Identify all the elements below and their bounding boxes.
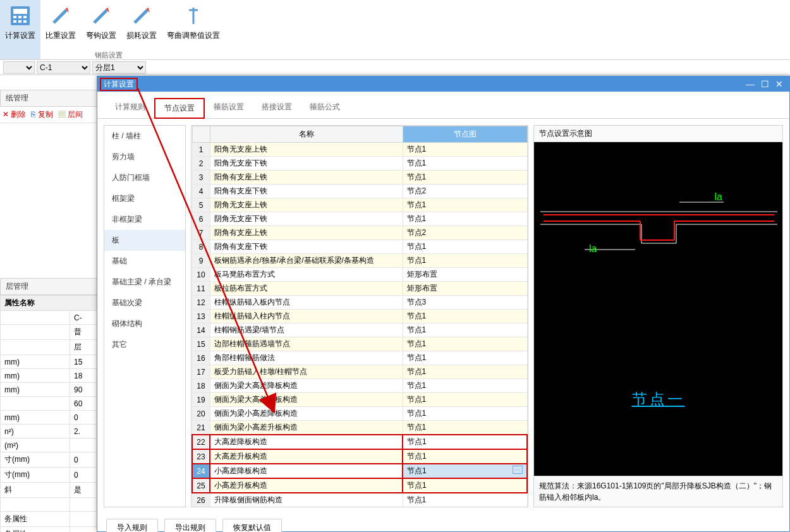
prop-val[interactable]: 15 (70, 355, 98, 369)
row-name[interactable]: 小高差升板构造 (210, 478, 403, 493)
category-item[interactable]: 柱 / 墙柱 (104, 126, 185, 147)
category-item[interactable]: 基础次梁 (104, 293, 185, 313)
row-name[interactable]: 阳角无支座上铁 (210, 143, 403, 157)
row-name[interactable]: 小高差降板构造 (210, 464, 403, 478)
row-value[interactable]: 节点1 (403, 365, 527, 379)
prop-val[interactable]: 普 (70, 325, 98, 340)
reset-default-button[interactable]: 恢复默认值 (222, 519, 282, 532)
category-item[interactable]: 框架梁 (104, 188, 185, 209)
dialog-tab-2[interactable]: 箍筋设置 (205, 98, 253, 118)
ribbon-loss-settings[interactable]: 损耗设置 (121, 0, 162, 59)
category-item[interactable]: 人防门框墙 (104, 167, 185, 188)
ribbon-calc-settings[interactable]: 计算设置 (0, 0, 40, 59)
row-name[interactable]: 边部柱帽箍筋遇墙节点 (210, 337, 403, 351)
row-name[interactable]: 大高差降板构造 (210, 435, 403, 449)
row-value[interactable]: 节点2 (403, 226, 527, 240)
row-name[interactable]: 阴角无支座下铁 (210, 212, 403, 226)
row-value[interactable]: 节点1 (403, 157, 527, 171)
category-item[interactable]: 基础主梁 / 承台梁 (104, 272, 185, 293)
minimize-button[interactable]: — (746, 79, 755, 89)
row-value[interactable]: 节点1 (403, 351, 527, 365)
prop-val[interactable]: 18 (70, 369, 98, 383)
ribbon-weight-settings[interactable]: 比重设置 (40, 0, 81, 59)
row-name[interactable]: 柱帽纵筋锚入柱内节点 (210, 310, 403, 323)
row-value[interactable]: 节点1 (403, 310, 527, 323)
dialog-tab-3[interactable]: 搭接设置 (253, 98, 301, 118)
row-value[interactable]: 节点2 (403, 184, 527, 198)
row-name[interactable]: 阴角无支座上铁 (210, 198, 403, 212)
row-name[interactable]: 柱帽纵筋锚入板内节点 (210, 296, 403, 310)
row-name[interactable]: 阳角有支座上铁 (210, 171, 403, 184)
category-item[interactable]: 其它 (104, 334, 185, 355)
row-name[interactable]: 侧面为梁大高差降板构造 (210, 379, 403, 393)
category-item[interactable]: 非框架梁 (104, 209, 185, 230)
row-name[interactable]: 升降板侧面钢筋构造 (210, 493, 403, 507)
dialog-tab-1[interactable]: 节点设置 (154, 98, 205, 119)
row-value[interactable]: 节点1 (403, 323, 527, 337)
row-value[interactable]: 节点1 (403, 478, 527, 493)
prop-val[interactable] (70, 498, 98, 512)
copy-button[interactable]: ⎘ 复制 (31, 109, 52, 120)
row-name[interactable]: 阳角无支座下铁 (210, 157, 403, 171)
row-name[interactable]: 板马凳筋布置方式 (210, 268, 403, 282)
row-value[interactable]: 节点1 (403, 254, 527, 268)
row-value[interactable]: 节点1 (403, 379, 527, 393)
row-value[interactable]: 矩形布置 (403, 282, 527, 296)
import-rules-button[interactable]: 导入规则 (106, 519, 158, 532)
prop-val[interactable]: 0 (70, 411, 98, 425)
row-value[interactable]: 节点1 (403, 407, 527, 421)
row-name[interactable]: 板拉筋布置方式 (210, 282, 403, 296)
prop-val[interactable] (70, 438, 98, 452)
prop-val[interactable]: 2. (70, 425, 98, 438)
category-item[interactable]: 剪力墙 (104, 147, 185, 167)
prop-val[interactable] (70, 527, 98, 533)
row-value[interactable]: 节点1 (403, 212, 527, 226)
prop-val[interactable]: 0 (70, 452, 98, 468)
prop-val[interactable]: 层 (70, 340, 98, 355)
row-value[interactable]: 节点3 (403, 296, 527, 310)
dialog-tab-4[interactable]: 箍筋公式 (301, 98, 349, 118)
row-value[interactable]: 节点1⋯ (403, 464, 527, 478)
prop-val[interactable]: 是 (70, 483, 98, 498)
row-name[interactable]: 侧面为梁小高差降板构造 (210, 407, 403, 421)
row-name[interactable]: 柱帽钢筋遇梁/墙节点 (210, 323, 403, 337)
row-name[interactable]: 侧面为梁小高差升板构造 (210, 421, 403, 435)
row-value[interactable]: 节点1 (403, 435, 527, 449)
row-name[interactable]: 侧面为梁大高差升板构造 (210, 393, 403, 407)
select-3[interactable]: 分层1 (92, 61, 146, 74)
layer-button[interactable]: ▤ 层间 (58, 109, 83, 120)
prop-val[interactable]: 90 (70, 383, 98, 397)
row-name[interactable]: 大高差升板构造 (210, 449, 403, 464)
close-button[interactable]: ✕ (775, 79, 783, 89)
category-item[interactable]: 基础 (104, 251, 185, 272)
select-1[interactable] (3, 61, 35, 74)
row-value[interactable]: 节点1 (403, 171, 527, 184)
row-name[interactable]: 角部柱帽箍筋做法 (210, 351, 403, 365)
row-name[interactable]: 板受力筋锚入柱墩/柱帽节点 (210, 365, 403, 379)
prop-val[interactable]: 0 (70, 468, 98, 483)
row-value[interactable]: 矩形布置 (403, 268, 527, 282)
dialog-titlebar[interactable]: 计算设置 — ☐ ✕ (97, 76, 789, 92)
category-item[interactable]: 砌体结构 (104, 313, 185, 334)
row-value[interactable]: 节点1 (403, 143, 527, 157)
prop-val[interactable]: C- (70, 311, 98, 325)
row-name[interactable]: 阳角有支座下铁 (210, 184, 403, 198)
row-value[interactable]: 节点1 (403, 421, 527, 435)
row-name[interactable]: 阴角有支座下铁 (210, 240, 403, 254)
ribbon-bend-settings[interactable]: 弯曲调整值设置 (162, 0, 225, 59)
delete-button[interactable]: ✕ 删除 (3, 109, 26, 120)
row-name[interactable]: 阴角有支座上铁 (210, 226, 403, 240)
select-2[interactable]: C-1 (37, 61, 90, 74)
maximize-button[interactable]: ☐ (761, 79, 769, 89)
row-value[interactable]: 节点1 (403, 240, 527, 254)
row-value[interactable]: 节点1 (403, 337, 527, 351)
row-value[interactable]: 节点1 (403, 393, 527, 407)
export-rules-button[interactable]: 导出规则 (164, 519, 216, 532)
row-value[interactable]: 节点1 (403, 493, 527, 507)
row-value[interactable]: 节点1 (403, 449, 527, 464)
prop-val[interactable] (70, 512, 98, 527)
prop-val[interactable]: 60 (70, 397, 98, 411)
row-value[interactable]: 节点1 (403, 198, 527, 212)
category-item[interactable]: 板 (104, 230, 185, 251)
dialog-tab-0[interactable]: 计算规则 (106, 98, 154, 118)
